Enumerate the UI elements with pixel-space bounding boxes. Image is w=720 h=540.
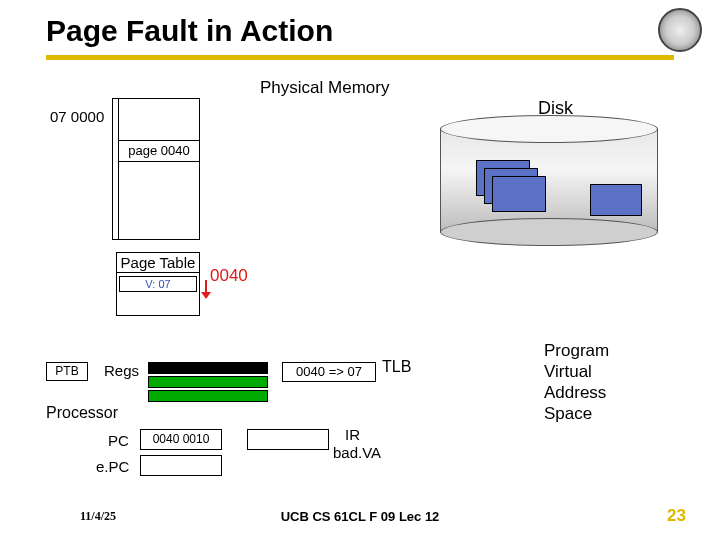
page-table-label: Page Table (116, 252, 200, 272)
disk-cylinder-icon (440, 118, 656, 242)
title-rule (46, 55, 674, 60)
tlb-entry: 0040 => 07 (282, 362, 376, 382)
vas-line: Program (544, 341, 609, 360)
regs-label: Regs (104, 362, 139, 379)
ir-register (247, 429, 329, 450)
epc-label: e.PC (96, 458, 129, 475)
physical-memory-box (118, 98, 200, 240)
register-row-1 (148, 376, 268, 388)
physical-memory-page-entry: page 0040 (118, 140, 200, 162)
disk-page-icon (590, 184, 642, 216)
processor-label: Processor (46, 404, 118, 422)
university-seal-icon (658, 8, 702, 52)
vas-line: Space (544, 404, 592, 423)
footer-course: UCB CS 61CL F 09 Lec 12 (0, 509, 720, 524)
tlb-label: TLB (382, 358, 411, 376)
page-table-entry: V: 07 (119, 276, 197, 292)
slide-stage: Page Fault in Action Physical Memory 07 … (0, 0, 720, 540)
ir-label: IR (345, 426, 360, 443)
vas-line: Address (544, 383, 606, 402)
pc-register: 0040 0010 (140, 429, 222, 450)
register-row-0 (148, 362, 268, 374)
vas-line: Virtual (544, 362, 592, 381)
physical-memory-label: Physical Memory (260, 78, 389, 98)
physical-memory-address: 07 0000 (50, 108, 104, 125)
page-table-access-index: 0040 (210, 266, 248, 286)
ptb-register: PTB (46, 362, 88, 381)
program-virtual-address-space-label: Program Virtual Address Space (544, 340, 609, 424)
epc-register (140, 455, 222, 476)
page-title: Page Fault in Action (46, 14, 333, 48)
page-table-arrow-icon (205, 280, 207, 292)
footer-page-number: 23 (667, 506, 686, 526)
badva-label: bad.VA (333, 444, 381, 461)
disk-page-icon (492, 176, 546, 212)
register-row-2 (148, 390, 268, 402)
pc-label: PC (108, 432, 129, 449)
